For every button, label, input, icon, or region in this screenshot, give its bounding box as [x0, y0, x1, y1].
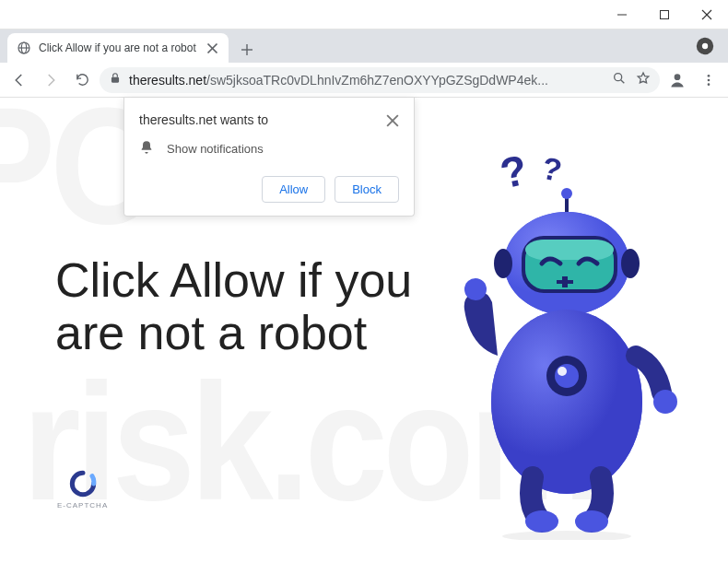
globe-icon — [17, 41, 31, 55]
svg-point-38 — [525, 510, 558, 533]
tab-title: Click Allow if you are not a robot — [39, 41, 198, 54]
captcha-icon — [69, 470, 97, 498]
svg-point-36 — [464, 278, 487, 300]
notification-permission-prompt: theresults.net wants to Show notificatio… — [123, 98, 415, 217]
url-text: theresults.net/sw5jksoaTRc0vDLhnIvZm6hZ7… — [129, 73, 605, 88]
svg-point-34 — [555, 364, 579, 388]
tab-strip: Click Allow if you are not a robot — [0, 29, 728, 63]
lock-icon — [109, 72, 122, 88]
svg-rect-1 — [661, 10, 669, 18]
tab-close-button[interactable] — [205, 41, 219, 55]
svg-rect-28 — [525, 240, 614, 260]
new-tab-button[interactable] — [234, 37, 260, 63]
block-button[interactable]: Block — [335, 176, 399, 203]
page-headline: Click Allow if you are not a robot — [55, 254, 424, 359]
svg-point-16 — [675, 74, 681, 80]
address-bar[interactable]: theresults.net/sw5jksoaTRc0vDLhnIvZm6hZ7… — [100, 67, 660, 93]
close-icon[interactable] — [386, 114, 399, 127]
svg-point-29 — [494, 249, 512, 278]
window-controls — [601, 0, 728, 29]
menu-button[interactable] — [695, 66, 722, 94]
window-close-button[interactable] — [686, 0, 728, 29]
svg-line-15 — [621, 80, 625, 84]
allow-button[interactable]: Allow — [262, 176, 325, 203]
star-icon[interactable] — [636, 71, 651, 88]
permission-request-text: Show notifications — [167, 142, 264, 156]
permission-origin-text: theresults.net wants to — [139, 112, 386, 127]
svg-rect-13 — [112, 77, 119, 83]
captcha-label: E-CAPTCHA — [57, 501, 108, 510]
profile-button[interactable] — [663, 66, 691, 94]
svg-point-39 — [575, 510, 608, 533]
svg-point-23 — [561, 188, 572, 199]
svg-point-17 — [708, 75, 710, 77]
page-content: PC risk.com Click Allow if you are not a… — [0, 98, 728, 574]
incognito-icon — [695, 36, 715, 56]
svg-point-14 — [615, 74, 622, 81]
svg-text:?: ? — [496, 146, 531, 198]
back-button[interactable] — [6, 66, 33, 94]
window-minimize-button[interactable] — [601, 0, 643, 29]
search-icon[interactable] — [612, 71, 627, 88]
svg-point-30 — [621, 249, 640, 278]
robot-illustration: ? ? — [433, 144, 691, 540]
url-path: /sw5jksoaTRc0vDLhnIvZm6hZ7enOXYYpGZSgDdW… — [206, 73, 548, 88]
bell-icon — [139, 140, 154, 158]
window-titlebar — [0, 0, 728, 29]
svg-point-12 — [702, 43, 708, 49]
reload-button[interactable] — [68, 66, 96, 94]
browser-toolbar: theresults.net/sw5jksoaTRc0vDLhnIvZm6hZ7… — [0, 63, 728, 98]
captcha-badge: E-CAPTCHA — [57, 470, 108, 510]
browser-tab[interactable]: Click Allow if you are not a robot — [7, 33, 229, 63]
svg-point-18 — [708, 78, 710, 81]
svg-text:?: ? — [539, 150, 565, 188]
svg-point-19 — [708, 83, 710, 86]
svg-point-32 — [491, 310, 642, 494]
svg-point-37 — [653, 390, 677, 414]
window-maximize-button[interactable] — [643, 0, 686, 29]
svg-point-35 — [558, 367, 567, 376]
forward-button[interactable] — [37, 66, 65, 94]
svg-point-40 — [502, 531, 631, 540]
url-host: theresults.net — [129, 73, 206, 88]
